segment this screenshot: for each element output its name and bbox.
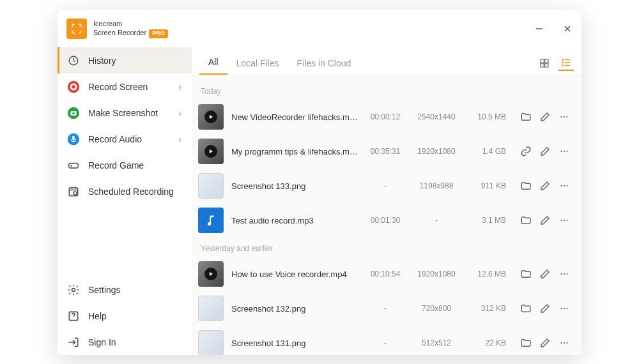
- file-row[interactable]: Test audio record.mp300:01:30-3.1 MB: [198, 203, 579, 238]
- file-duration: 00:01:30: [366, 216, 405, 225]
- file-duration: 00:10:54: [366, 269, 405, 278]
- sidebar-item-scheduled-recording[interactable]: Scheduled Recording: [58, 178, 192, 204]
- sidebar-item-record-game[interactable]: Record Game: [58, 152, 192, 178]
- file-resolution: -: [413, 216, 460, 225]
- sidebar-item-label: Help: [88, 311, 107, 321]
- file-name: How to use Voice recorder.mp4: [231, 269, 358, 279]
- sidebar-item-sign-in[interactable]: Sign In: [58, 329, 192, 355]
- svg-point-46: [564, 342, 565, 344]
- tab-local-files[interactable]: Local Files: [227, 52, 288, 75]
- thumbnail[interactable]: [198, 139, 224, 164]
- sidebar-item-record-screen[interactable]: Record Screen ›: [58, 73, 192, 100]
- file-row[interactable]: Screenshot 131.png-512x51222 KB: [198, 326, 579, 355]
- more-icon[interactable]: [558, 180, 570, 192]
- edit-icon[interactable]: [539, 111, 551, 123]
- svg-point-32: [566, 151, 567, 152]
- folder-icon[interactable]: [520, 337, 532, 349]
- folder-icon[interactable]: [520, 215, 532, 226]
- file-duration: -: [366, 304, 405, 313]
- more-icon[interactable]: [558, 111, 570, 123]
- thumbnail[interactable]: [198, 173, 224, 199]
- edit-icon[interactable]: [539, 146, 551, 157]
- svg-rect-17: [541, 59, 544, 63]
- close-button[interactable]: [562, 24, 573, 34]
- file-size: 3.1 MB: [468, 216, 506, 225]
- svg-point-33: [560, 185, 562, 186]
- folder-icon[interactable]: [520, 303, 532, 314]
- more-icon[interactable]: [558, 146, 570, 157]
- app-title: Icecream Screen RecorderPRO: [93, 19, 168, 38]
- folder-icon[interactable]: [520, 180, 532, 192]
- more-icon[interactable]: [558, 303, 570, 314]
- app-title-line2: Screen RecorderPRO: [93, 28, 168, 38]
- more-icon[interactable]: [558, 268, 570, 280]
- sidebar-item-settings[interactable]: Settings: [58, 277, 192, 303]
- edit-icon[interactable]: [539, 303, 551, 314]
- file-row[interactable]: How to use Voice recorder.mp400:10:54192…: [198, 257, 579, 291]
- tabbar: All Local Files Files in Cloud: [192, 47, 581, 75]
- svg-point-30: [560, 151, 562, 152]
- content-area: All Local Files Files in Cloud TodayNew …: [192, 47, 581, 355]
- file-size: 10.5 MB: [468, 112, 506, 121]
- minimize-button[interactable]: [534, 24, 544, 34]
- svg-point-25: [562, 65, 564, 66]
- file-size: 1.4 GB: [468, 147, 506, 156]
- file-name: Screenshot 133.png: [231, 181, 358, 191]
- sidebar-item-label: Make Screenshot: [88, 108, 158, 118]
- grid-view-button[interactable]: [537, 56, 552, 71]
- file-row[interactable]: New VideoRecorder lifehacks.mp400:00:122…: [198, 100, 579, 134]
- edit-icon[interactable]: [539, 268, 551, 280]
- file-resolution: 1198x988: [413, 181, 460, 190]
- gamepad-icon: [66, 158, 81, 172]
- sidebar-item-history[interactable]: History: [58, 47, 192, 73]
- svg-point-40: [564, 273, 565, 275]
- sidebar-item-label: Scheduled Recording: [88, 186, 174, 197]
- sidebar-item-label: Record Audio: [88, 134, 142, 144]
- svg-point-6: [72, 85, 75, 89]
- svg-point-34: [564, 185, 565, 186]
- folder-icon[interactable]: [520, 111, 532, 123]
- thumbnail[interactable]: [198, 261, 224, 287]
- sidebar-item-record-audio[interactable]: Record Audio ›: [58, 126, 192, 152]
- file-row[interactable]: Screenshot 132.png-720x800312 KB: [198, 291, 579, 326]
- thumbnail[interactable]: [198, 104, 224, 130]
- tab-all[interactable]: All: [199, 50, 227, 75]
- file-row[interactable]: Screenshot 133.png-1198x988911 KB: [198, 169, 579, 203]
- microphone-icon: [66, 132, 81, 146]
- file-name: My programm tips & lifehacks.mp4: [231, 147, 358, 156]
- thumbnail[interactable]: [198, 330, 224, 355]
- thumbnail[interactable]: [198, 208, 224, 233]
- svg-point-41: [566, 273, 567, 275]
- chevron-right-icon: ›: [178, 82, 181, 92]
- app-title-line1: Icecream: [93, 19, 168, 28]
- thumbnail[interactable]: [198, 296, 224, 321]
- folder-icon[interactable]: [520, 268, 532, 280]
- file-resolution: 2540x1440: [413, 112, 460, 121]
- file-resolution: 512x512: [413, 338, 460, 347]
- svg-point-37: [564, 220, 565, 221]
- edit-icon[interactable]: [539, 337, 551, 349]
- link-icon[interactable]: [520, 146, 532, 157]
- sidebar: History Record Screen › Make Screenshot …: [58, 47, 192, 355]
- edit-icon[interactable]: [539, 180, 551, 192]
- sidebar-item-make-screenshot[interactable]: Make Screenshot ›: [58, 100, 192, 126]
- tab-files-in-cloud[interactable]: Files in Cloud: [288, 52, 360, 75]
- file-duration: 00:00:12: [366, 112, 405, 121]
- file-size: 312 KB: [468, 304, 506, 313]
- svg-rect-18: [545, 59, 548, 63]
- file-row[interactable]: My programm tips & lifehacks.mp400:35:31…: [198, 134, 579, 169]
- file-size: 12.6 MB: [468, 269, 506, 278]
- edit-icon[interactable]: [539, 215, 551, 226]
- camera-icon: [66, 106, 81, 120]
- svg-point-27: [560, 116, 562, 118]
- file-resolution: 1920x1080: [413, 269, 460, 278]
- sidebar-item-help[interactable]: Help: [58, 303, 192, 329]
- more-icon[interactable]: [558, 215, 570, 226]
- list-view-button[interactable]: [558, 56, 574, 71]
- help-icon: [66, 309, 81, 323]
- more-icon[interactable]: [558, 337, 570, 349]
- svg-point-9: [72, 112, 75, 114]
- svg-point-39: [560, 273, 562, 275]
- file-list[interactable]: TodayNew VideoRecorder lifehacks.mp400:0…: [192, 75, 581, 355]
- svg-point-36: [560, 220, 562, 221]
